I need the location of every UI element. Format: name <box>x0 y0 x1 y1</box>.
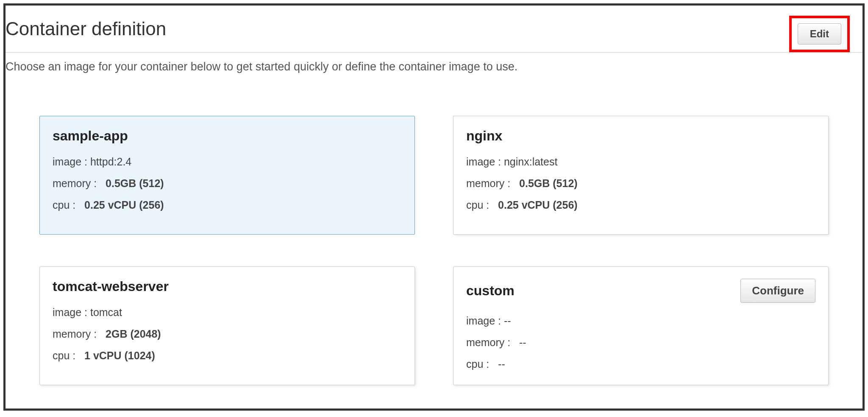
card-title: nginx <box>466 128 502 144</box>
memory-label: memory : <box>466 336 510 348</box>
card-image-row: image : tomcat <box>53 306 402 319</box>
card-cpu-row: cpu : 0.25 vCPU (256) <box>53 199 402 211</box>
cpu-label: cpu : <box>53 199 75 211</box>
cpu-value: 1 vCPU (1024) <box>84 350 155 361</box>
cpu-label: cpu : <box>53 350 75 361</box>
container-card-custom[interactable]: custom Configure image : -- memory : -- … <box>453 266 829 385</box>
header-row: Container definition Edit <box>6 18 862 53</box>
card-image-row: image : nginx:latest <box>466 156 815 168</box>
cpu-value: -- <box>498 358 505 370</box>
memory-label: memory : <box>466 177 510 189</box>
card-header: custom Configure <box>466 279 815 303</box>
memory-spacer <box>513 177 516 189</box>
memory-label: memory : <box>53 328 97 340</box>
card-title: custom <box>466 283 515 299</box>
card-title: tomcat-webserver <box>53 279 169 294</box>
container-card-sample-app[interactable]: sample-app image : httpd:2.4 memory : 0.… <box>39 116 415 235</box>
cpu-spacer <box>492 199 495 211</box>
memory-spacer <box>513 336 516 348</box>
card-image-row: image : httpd:2.4 <box>53 156 402 168</box>
card-header: nginx <box>466 128 815 144</box>
card-cpu-row: cpu : 1 vCPU (1024) <box>53 350 402 362</box>
image-value: nginx:latest <box>504 156 557 168</box>
cpu-value: 0.25 vCPU (256) <box>84 199 164 211</box>
edit-button-highlight: Edit <box>789 16 850 52</box>
card-header: tomcat-webserver <box>53 279 402 294</box>
edit-button[interactable]: Edit <box>798 23 841 45</box>
image-label: image : <box>53 306 87 318</box>
cpu-label: cpu : <box>466 199 489 211</box>
memory-label: memory : <box>53 177 97 189</box>
container-cards-grid: sample-app image : httpd:2.4 memory : 0.… <box>6 116 862 385</box>
cpu-spacer <box>78 350 81 361</box>
page-title: Container definition <box>6 18 166 47</box>
image-value: -- <box>504 315 511 327</box>
memory-value: -- <box>519 336 526 348</box>
memory-value: 0.5GB (512) <box>106 177 164 189</box>
card-memory-row: memory : 0.5GB (512) <box>53 177 402 190</box>
image-value: httpd:2.4 <box>90 156 131 168</box>
card-memory-row: memory : 2GB (2048) <box>53 328 402 340</box>
card-title: sample-app <box>53 128 128 144</box>
cpu-spacer <box>492 358 495 370</box>
cpu-spacer <box>78 199 81 211</box>
container-definition-panel: Container definition Edit Choose an imag… <box>3 3 865 411</box>
container-card-tomcat-webserver[interactable]: tomcat-webserver image : tomcat memory :… <box>39 266 415 385</box>
image-label: image : <box>466 315 501 327</box>
cpu-value: 0.25 vCPU (256) <box>498 199 578 211</box>
card-image-row: image : -- <box>466 315 815 327</box>
image-value: tomcat <box>90 306 122 318</box>
card-cpu-row: cpu : 0.25 vCPU (256) <box>466 199 815 211</box>
configure-button[interactable]: Configure <box>740 279 815 303</box>
memory-value: 0.5GB (512) <box>519 177 578 189</box>
image-label: image : <box>53 156 87 168</box>
card-memory-row: memory : 0.5GB (512) <box>466 177 815 190</box>
card-cpu-row: cpu : -- <box>466 358 815 370</box>
memory-spacer <box>100 328 103 340</box>
card-memory-row: memory : -- <box>466 336 815 349</box>
description-text: Choose an image for your container below… <box>6 60 862 73</box>
image-label: image : <box>466 156 501 168</box>
memory-spacer <box>100 177 103 189</box>
card-header: sample-app <box>53 128 402 144</box>
cpu-label: cpu : <box>466 358 489 370</box>
container-card-nginx[interactable]: nginx image : nginx:latest memory : 0.5G… <box>453 116 829 235</box>
memory-value: 2GB (2048) <box>106 328 161 340</box>
